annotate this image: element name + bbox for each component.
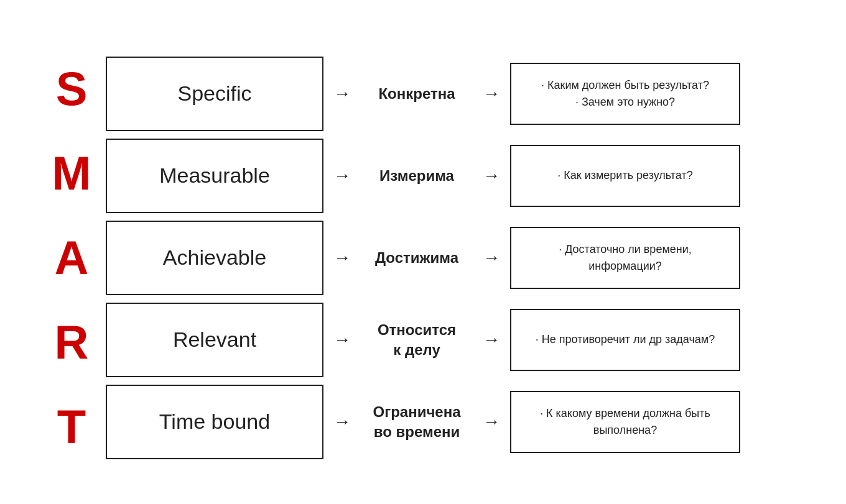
arrow1-1: → xyxy=(323,166,361,186)
desc-text-0: · Каким должен быть результат? · Зачем э… xyxy=(541,77,709,111)
smart-letter-a: A xyxy=(55,218,89,298)
term-text-0: Specific xyxy=(177,81,251,106)
rows-container: Specific→Конкретна→· Каким должен быть р… xyxy=(106,54,809,462)
arrow1-2: → xyxy=(323,248,361,268)
row-2: Achievable→Достижима→· Достаточно ли вре… xyxy=(106,218,809,298)
translation-3: Относится к делу xyxy=(361,320,473,359)
arrow1-3: → xyxy=(323,330,361,350)
smart-letter-t: T xyxy=(57,387,86,467)
row-4: Time bound→Ограничена во времени→· К как… xyxy=(106,382,809,462)
term-text-4: Time bound xyxy=(159,410,270,434)
desc-box-1: · Как измерить результат? xyxy=(510,145,740,207)
arrow2-1: → xyxy=(473,166,510,186)
desc-text-3: · Не противоречит ли др задачам? xyxy=(536,331,715,348)
term-box-3: Relevant xyxy=(106,303,323,377)
arrow1-0: → xyxy=(323,84,361,104)
desc-box-2: · Достаточно ли времени, информации? xyxy=(510,227,740,289)
term-text-3: Relevant xyxy=(173,328,256,352)
arrow2-0: → xyxy=(473,84,510,104)
arrow2-4: → xyxy=(473,412,510,432)
row-3: Relevant→Относится к делу→· Не противоре… xyxy=(106,300,809,380)
smart-letter-r: R xyxy=(55,302,89,383)
desc-text-2: · Достаточно ли времени, информации? xyxy=(521,241,729,275)
translation-1: Измерима xyxy=(361,166,473,185)
translation-4: Ограничена во времени xyxy=(361,402,473,441)
page-wrapper: SMART Specific→Конкретна→· Каким должен … xyxy=(0,29,846,475)
smart-letter-m: M xyxy=(52,133,91,214)
desc-text-1: · Как измерить результат? xyxy=(557,167,692,184)
term-box-1: Measurable xyxy=(106,139,323,213)
row-1: Measurable→Измерима→· Как измерить резул… xyxy=(106,136,809,216)
arrow2-3: → xyxy=(473,330,510,350)
term-text-2: Achievable xyxy=(163,245,266,270)
desc-text-4: · К какому времени должна быть выполнена… xyxy=(521,405,729,439)
arrow1-4: → xyxy=(323,412,361,432)
arrow2-2: → xyxy=(473,248,510,268)
desc-box-4: · К какому времени должна быть выполнена… xyxy=(510,391,740,453)
row-0: Specific→Конкретна→· Каким должен быть р… xyxy=(106,54,809,134)
desc-box-0: · Каким должен быть результат? · Зачем э… xyxy=(510,63,740,125)
translation-2: Достижима xyxy=(361,248,473,267)
desc-box-3: · Не противоречит ли др задачам? xyxy=(510,309,740,371)
translation-0: Конкретна xyxy=(361,84,473,103)
term-box-2: Achievable xyxy=(106,221,323,295)
smart-letters: SMART xyxy=(37,47,106,469)
smart-letter-s: S xyxy=(56,48,88,129)
main-content: SMART Specific→Конкретна→· Каким должен … xyxy=(37,47,809,469)
term-box-0: Specific xyxy=(106,57,323,131)
term-box-4: Time bound xyxy=(106,385,323,459)
term-text-1: Measurable xyxy=(159,163,270,188)
